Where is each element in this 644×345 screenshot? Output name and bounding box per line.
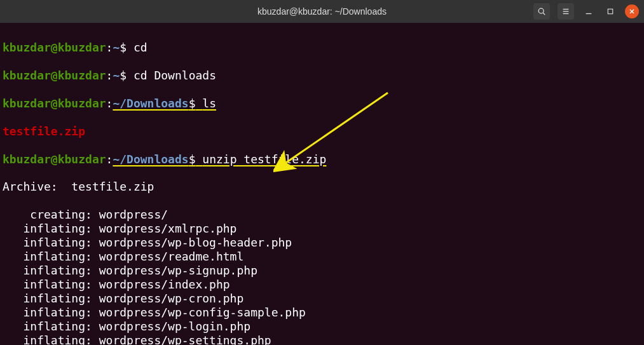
unzip-output-line: inflating: wordpress/wp-config-sample.ph… xyxy=(3,306,641,320)
maximize-button[interactable] xyxy=(603,4,617,18)
svg-rect-6 xyxy=(608,9,613,14)
prompt-user: kbuzdar@kbuzdar xyxy=(3,97,106,110)
minimize-button[interactable] xyxy=(582,4,596,18)
close-icon xyxy=(628,8,636,15)
prompt-path-highlighted: ~/Downloads xyxy=(113,152,188,166)
unzip-output-line: inflating: wordpress/wp-signup.php xyxy=(3,264,641,278)
unzip-archive-line: Archive: testfile.zip xyxy=(3,180,641,194)
unzip-output-line: creating: wordpress/ xyxy=(3,208,641,222)
close-button[interactable] xyxy=(625,4,639,18)
titlebar-controls xyxy=(533,3,639,20)
prompt-line: kbuzdar@kbuzdar:~$ cd xyxy=(3,41,641,55)
prompt-sigil: $ xyxy=(189,97,196,110)
unzip-output-line: inflating: wordpress/wp-settings.php xyxy=(3,334,641,345)
prompt-line: kbuzdar@kbuzdar:~/Downloads$ ls xyxy=(3,97,641,111)
titlebar: kbuzdar@kbuzdar: ~/Downloads xyxy=(0,0,644,23)
command-text: ls xyxy=(202,97,216,110)
command-text: unzip testfile.zip xyxy=(202,152,326,166)
prompt-user: kbuzdar@kbuzdar xyxy=(3,152,106,166)
prompt-path-highlighted: ~/Downloads xyxy=(113,97,188,110)
prompt-sep: : xyxy=(106,41,113,54)
terminal-output[interactable]: kbuzdar@kbuzdar:~$ cd kbuzdar@kbuzdar:~$… xyxy=(0,23,644,345)
unzip-output-line: inflating: wordpress/wp-cron.php xyxy=(3,292,641,306)
minimize-icon xyxy=(584,7,593,16)
unzip-output-line: inflating: wordpress/readme.html xyxy=(3,250,641,264)
unzip-output-line: inflating: wordpress/index.php xyxy=(3,278,641,292)
prompt-sigil: $ xyxy=(120,69,127,82)
prompt-sigil: $ xyxy=(120,41,127,54)
ls-file: testfile.zip xyxy=(3,125,85,138)
prompt-path: ~ xyxy=(113,41,120,54)
prompt-line: kbuzdar@kbuzdar:~/Downloads$ unzip testf… xyxy=(3,152,641,166)
prompt-sep: : xyxy=(106,97,113,110)
menu-button[interactable] xyxy=(558,3,574,20)
window-title: kbuzdar@kbuzdar: ~/Downloads xyxy=(257,6,387,17)
unzip-output-line: inflating: wordpress/wp-blog-header.php xyxy=(3,236,641,250)
prompt-user: kbuzdar@kbuzdar xyxy=(3,41,106,54)
svg-line-1 xyxy=(543,13,545,15)
prompt-line: kbuzdar@kbuzdar:~$ cd Downloads xyxy=(3,69,641,83)
prompt-user: kbuzdar@kbuzdar xyxy=(3,69,106,82)
prompt-sep: : xyxy=(106,69,113,82)
search-icon xyxy=(537,7,546,16)
maximize-icon xyxy=(606,8,614,15)
prompt-sep: : xyxy=(106,152,113,166)
svg-point-0 xyxy=(538,8,544,13)
unzip-output-line: inflating: wordpress/xmlrpc.php xyxy=(3,222,641,236)
command-text: cd xyxy=(134,41,147,54)
prompt-path: ~ xyxy=(113,69,120,82)
prompt-sigil: $ xyxy=(189,152,196,166)
hamburger-icon xyxy=(561,7,570,16)
search-button[interactable] xyxy=(533,3,550,20)
unzip-lines: creating: wordpress/ inflating: wordpres… xyxy=(3,208,641,345)
unzip-output-line: inflating: wordpress/wp-login.php xyxy=(3,320,641,334)
ls-output-line: testfile.zip xyxy=(3,125,641,139)
command-text: cd Downloads xyxy=(134,69,216,82)
